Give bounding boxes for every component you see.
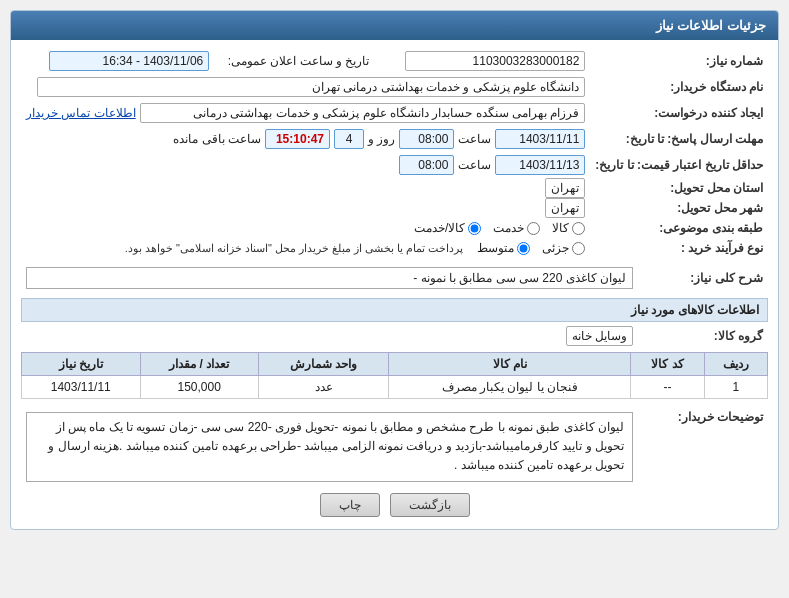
ijad-input: فرزام بهرامی سنگده حسابدار دانشگاه علوم … bbox=[140, 103, 586, 123]
info-table: شماره نیاز: 1103003283000182 تاریخ و ساع… bbox=[21, 48, 768, 258]
grohe-input: وسایل خانه bbox=[566, 326, 633, 346]
panel-title: جزئیات اطلاعات نیاز bbox=[656, 18, 766, 33]
panel-header: جزئیات اطلاعات نیاز bbox=[11, 11, 778, 40]
radio-motawaset-input[interactable] bbox=[517, 242, 530, 255]
row-mohlet: مهلت ارسال پاسخ: تا تاریخ: 1403/11/11 سا… bbox=[21, 126, 768, 152]
hadaghal-label: حداقل تاریخ اعتبار قیمت: تا تاریخ: bbox=[590, 152, 768, 178]
grohe-label: گروه کالا: bbox=[638, 326, 768, 346]
cell-unit: عدد bbox=[258, 376, 388, 399]
table-body: 1--فنجان یا لیوان یکبار مصرفعدد150,00014… bbox=[22, 376, 768, 399]
radio-kala-khadamat-label: کالا/خدمت bbox=[414, 221, 465, 235]
cell-radif: 1 bbox=[704, 376, 767, 399]
hadaghal-value: 1403/11/13 ساعت 08:00 bbox=[21, 152, 590, 178]
row-grohe: گروه کالا: وسایل خانه bbox=[21, 326, 768, 346]
row-sharh: شرح کلی نیاز: لیوان کاغذی 220 سی سی مطاب… bbox=[21, 264, 768, 292]
col-date: تاریخ نیاز bbox=[22, 353, 141, 376]
tawzihat-value: لیوان کاغذی طبق نمونه با طرح مشخص و مطاب… bbox=[21, 405, 638, 485]
mohlet-value: 1403/11/11 ساعت 08:00 روز و 4 15:10:47 س… bbox=[21, 126, 590, 152]
sharh-value: لیوان کاغذی 220 سی سی مطابق با نمونه - bbox=[21, 264, 638, 292]
radio-motawaset-label: متوسط bbox=[477, 241, 514, 255]
shmare-value: 1103003283000182 bbox=[374, 48, 590, 74]
radio-kala-input[interactable] bbox=[572, 222, 585, 235]
cell-name: فنجان یا لیوان یکبار مصرف bbox=[389, 376, 631, 399]
row-shahr: شهر محل تحویل: تهران bbox=[21, 198, 768, 218]
ijad-link[interactable]: اطلاعات تماس خریدار bbox=[26, 106, 136, 120]
page-container: جزئیات اطلاعات نیاز شماره نیاز: 11030032… bbox=[0, 0, 789, 598]
col-code: کد کالا bbox=[631, 353, 705, 376]
row-tawzihat: توضیحات خریدار: لیوان کاغذی طبق نمونه با… bbox=[21, 405, 768, 485]
farayand-label: نوع فرآیند خرید : bbox=[590, 238, 768, 258]
radio-kala[interactable]: کالا bbox=[552, 221, 585, 235]
ijad-value: فرزام بهرامی سنگده حسابدار دانشگاه علوم … bbox=[21, 100, 590, 126]
mohlet-saat-lbl: ساعت bbox=[458, 132, 491, 146]
shmare-input: 1103003283000182 bbox=[405, 51, 585, 71]
print-button[interactable]: چاپ bbox=[320, 493, 380, 517]
tarikh-label: تاریخ و ساعت اعلان عمومی: bbox=[214, 48, 374, 74]
footer-buttons: بازگشت چاپ bbox=[21, 493, 768, 521]
ostan-input: تهران bbox=[545, 178, 585, 198]
mohlet-label: مهلت ارسال پاسخ: تا تاریخ: bbox=[590, 126, 768, 152]
mohlet-mande-label: ساعت باقی مانده bbox=[173, 132, 261, 146]
radio-khadamat-label: خدمت bbox=[493, 221, 524, 235]
shmare-label: شماره نیاز: bbox=[590, 48, 768, 74]
col-radif: ردیف bbox=[704, 353, 767, 376]
row-hadaghal: حداقل تاریخ اعتبار قیمت: تا تاریخ: 1403/… bbox=[21, 152, 768, 178]
row-shmare: شماره نیاز: 1103003283000182 تاریخ و ساع… bbox=[21, 48, 768, 74]
row-dastgah: نام دستگاه خریدار: دانشگاه علوم پزشکی و … bbox=[21, 74, 768, 100]
radio-jozei[interactable]: جزئی bbox=[542, 241, 585, 255]
table-header-row: ردیف کد کالا نام کالا واحد شمارش تعداد /… bbox=[22, 353, 768, 376]
radio-kala-khadamat[interactable]: کالا/خدمت bbox=[414, 221, 481, 235]
shahr-value: تهران bbox=[21, 198, 590, 218]
tarikh-input: 1403/11/06 - 16:34 bbox=[49, 51, 209, 71]
row-tabaghe: طبقه بندی موضوعی: کالا خدمت bbox=[21, 218, 768, 238]
back-button[interactable]: بازگشت bbox=[390, 493, 470, 517]
mohlet-mande: 15:10:47 bbox=[265, 129, 330, 149]
cell-quantity: 150,000 bbox=[140, 376, 258, 399]
radio-jozei-label: جزئی bbox=[542, 241, 569, 255]
grohe-value: وسایل خانه bbox=[21, 326, 638, 346]
dastgah-label: نام دستگاه خریدار: bbox=[590, 74, 768, 100]
radio-kala-label: کالا bbox=[552, 221, 569, 235]
ostan-label: استان محل تحویل: bbox=[590, 178, 768, 198]
cell-date: 1403/11/11 bbox=[22, 376, 141, 399]
radio-jozei-input[interactable] bbox=[572, 242, 585, 255]
mohlet-rooz-lbl: روز و bbox=[368, 132, 395, 146]
radio-motawaset[interactable]: متوسط bbox=[477, 241, 530, 255]
tabaghe-radios: کالا خدمت کالا/خدمت bbox=[21, 218, 590, 238]
tawzihat-label: توضیحات خریدار: bbox=[638, 405, 768, 485]
hadaghal-saat-lbl: ساعت bbox=[458, 158, 491, 172]
hadaghal-time: 08:00 bbox=[399, 155, 454, 175]
mohlet-time: 08:00 bbox=[399, 129, 454, 149]
mohlet-date: 1403/11/11 bbox=[495, 129, 585, 149]
row-farayand: نوع فرآیند خرید : جزئی متوسط bbox=[21, 238, 768, 258]
mohlet-rooz: 4 bbox=[334, 129, 364, 149]
shahr-label: شهر محل تحویل: bbox=[590, 198, 768, 218]
ostan-value: تهران bbox=[21, 178, 590, 198]
hadaghal-date: 1403/11/13 bbox=[495, 155, 585, 175]
radio-kala-khadamat-input[interactable] bbox=[468, 222, 481, 235]
dastgah-input: دانشگاه علوم پزشکی و خدمات بهداشتی درمان… bbox=[37, 77, 585, 97]
row-ostan: استان محل تحویل: تهران bbox=[21, 178, 768, 198]
tabaghe-label: طبقه بندی موضوعی: bbox=[590, 218, 768, 238]
tarikh-value: 1403/11/06 - 16:34 bbox=[21, 48, 214, 74]
kalaei-title: اطلاعات کالاهای مورد نیاز bbox=[21, 298, 768, 322]
sharh-input: لیوان کاغذی 220 سی سی مطابق با نمونه - bbox=[26, 267, 633, 289]
dastgah-value: دانشگاه علوم پزشکی و خدمات بهداشتی درمان… bbox=[21, 74, 590, 100]
radio-khadamat-input[interactable] bbox=[527, 222, 540, 235]
shahr-input: تهران bbox=[545, 198, 585, 218]
table-head: ردیف کد کالا نام کالا واحد شمارش تعداد /… bbox=[22, 353, 768, 376]
col-qty: تعداد / مقدار bbox=[140, 353, 258, 376]
table-row: 1--فنجان یا لیوان یکبار مصرفعدد150,00014… bbox=[22, 376, 768, 399]
ijad-label: ایجاد کننده درخواست: bbox=[590, 100, 768, 126]
farayand-desc: پرداخت تمام یا بخشی از مبلغ خریدار محل "… bbox=[125, 242, 464, 255]
col-name: نام کالا bbox=[389, 353, 631, 376]
col-unit: واحد شمارش bbox=[258, 353, 388, 376]
sharh-label: شرح کلی نیاز: bbox=[638, 264, 768, 292]
grohe-table: گروه کالا: وسایل خانه bbox=[21, 326, 768, 346]
items-table: ردیف کد کالا نام کالا واحد شمارش تعداد /… bbox=[21, 352, 768, 399]
main-panel: جزئیات اطلاعات نیاز شماره نیاز: 11030032… bbox=[10, 10, 779, 530]
panel-body: شماره نیاز: 1103003283000182 تاریخ و ساع… bbox=[11, 40, 778, 529]
radio-khadamat[interactable]: خدمت bbox=[493, 221, 540, 235]
sharh-table: شرح کلی نیاز: لیوان کاغذی 220 سی سی مطاب… bbox=[21, 264, 768, 292]
tawzihat-box: لیوان کاغذی طبق نمونه با طرح مشخص و مطاب… bbox=[26, 412, 633, 482]
